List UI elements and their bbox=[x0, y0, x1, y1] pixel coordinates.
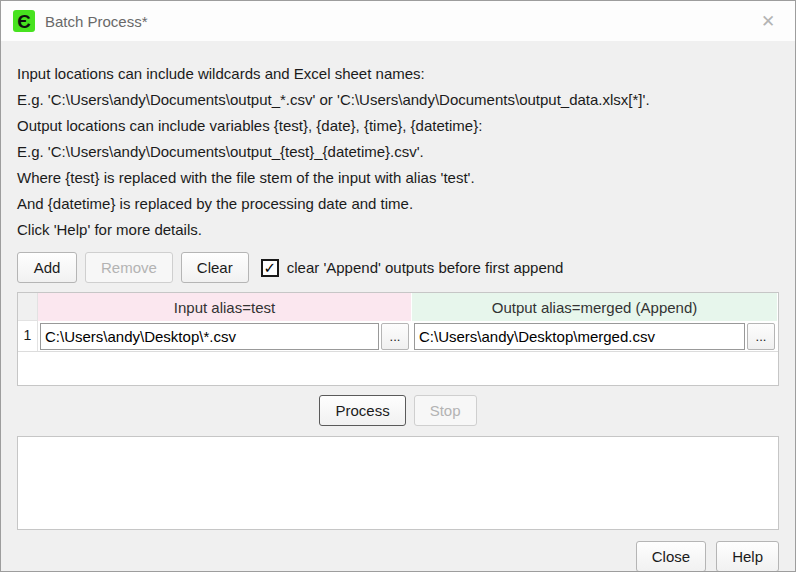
batch-process-dialog: Є Batch Process* ✕ Input locations can i… bbox=[0, 0, 796, 572]
help-button[interactable]: Help bbox=[716, 541, 779, 572]
close-window-icon[interactable]: ✕ bbox=[755, 8, 781, 34]
remove-button[interactable]: Remove bbox=[85, 252, 173, 283]
window-title: Batch Process* bbox=[45, 13, 148, 30]
instruction-line: Input locations can include wildcards an… bbox=[17, 61, 779, 87]
instruction-line: E.g. 'C:\Users\andy\Documents\output_{te… bbox=[17, 139, 779, 165]
table-row: 1 ... ... bbox=[18, 321, 778, 352]
batch-items-table: Input alias=test Output alias=merged (Ap… bbox=[17, 292, 779, 386]
output-column-header: Output alias=merged (Append) bbox=[412, 293, 778, 321]
output-browse-button[interactable]: ... bbox=[747, 323, 775, 350]
row-number: 1 bbox=[18, 321, 38, 351]
input-browse-button[interactable]: ... bbox=[381, 323, 409, 350]
input-path-field[interactable] bbox=[40, 323, 379, 350]
stop-button[interactable]: Stop bbox=[414, 395, 477, 426]
instruction-line: Click 'Help' for more details. bbox=[17, 217, 779, 243]
instruction-line: Output locations can include variables {… bbox=[17, 113, 779, 139]
row-number-header bbox=[18, 293, 38, 321]
table-header-row: Input alias=test Output alias=merged (Ap… bbox=[18, 293, 778, 321]
clear-button[interactable]: Clear bbox=[181, 252, 249, 283]
close-button[interactable]: Close bbox=[636, 541, 706, 572]
input-cell: ... bbox=[38, 321, 412, 351]
row-toolbar: Add Remove Clear ✓ clear 'Append' output… bbox=[17, 252, 779, 283]
add-button[interactable]: Add bbox=[17, 252, 77, 283]
dialog-footer: Close Help bbox=[1, 530, 795, 572]
log-output-area[interactable] bbox=[17, 436, 779, 530]
dialog-content: Input locations can include wildcards an… bbox=[1, 41, 795, 426]
process-button[interactable]: Process bbox=[319, 395, 405, 426]
instruction-line: E.g. 'C:\Users\andy\Documents\output_*.c… bbox=[17, 87, 779, 113]
table-empty-area bbox=[18, 352, 778, 385]
instruction-line: And {datetime} is replaced by the proces… bbox=[17, 191, 779, 217]
output-path-field[interactable] bbox=[414, 323, 745, 350]
input-column-header: Input alias=test bbox=[38, 293, 412, 321]
process-actions: Process Stop bbox=[17, 395, 779, 426]
clear-append-checkbox[interactable]: ✓ bbox=[261, 259, 279, 277]
app-logo-icon: Є bbox=[13, 10, 35, 32]
output-cell: ... bbox=[412, 321, 778, 351]
instruction-line: Where {test} is replaced with the file s… bbox=[17, 165, 779, 191]
clear-append-checkbox-label: clear 'Append' outputs before first appe… bbox=[287, 259, 564, 276]
title-bar: Є Batch Process* ✕ bbox=[1, 1, 795, 41]
instructions-text: Input locations can include wildcards an… bbox=[17, 61, 779, 243]
